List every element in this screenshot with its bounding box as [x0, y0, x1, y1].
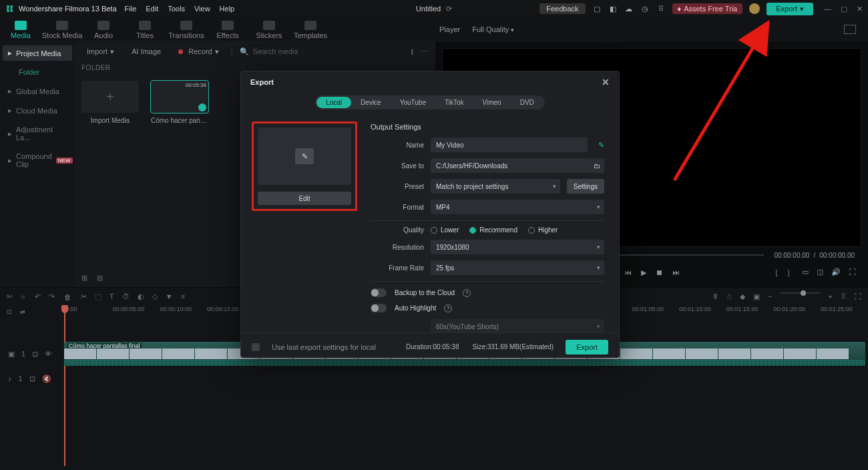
- avatar[interactable]: [749, 3, 760, 14]
- fullscreen-icon[interactable]: ⛶: [849, 268, 856, 278]
- play-icon[interactable]: ▶: [641, 268, 646, 277]
- tool-select-icon[interactable]: ✄: [7, 292, 13, 301]
- export-tab-device[interactable]: Device: [351, 97, 391, 108]
- compare-icon[interactable]: ◫: [817, 268, 823, 278]
- track-mute-icon[interactable]: 🔇: [42, 375, 51, 383]
- menu-help[interactable]: Help: [220, 5, 235, 13]
- menu-edit[interactable]: Edit: [146, 5, 158, 13]
- settings-button[interactable]: Settings: [567, 179, 604, 194]
- track-icon[interactable]: ≡: [181, 292, 185, 301]
- more-icon[interactable]: ⋯: [421, 47, 429, 56]
- ai-image-button[interactable]: AI Image: [126, 46, 166, 57]
- framerate-select[interactable]: 25 fps▾: [431, 260, 604, 275]
- text-icon[interactable]: T: [110, 292, 114, 301]
- layout-icon[interactable]: ◧: [608, 4, 618, 13]
- rename-icon[interactable]: ✎: [598, 141, 604, 150]
- tab-audio[interactable]: Audio: [83, 19, 124, 39]
- link-icon[interactable]: ⇄: [20, 308, 25, 315]
- export-tab-tiktok[interactable]: TikTok: [435, 97, 473, 108]
- resolution-select[interactable]: 1920x1080▾: [431, 240, 604, 254]
- sidebar-folder[interactable]: Folder: [3, 65, 72, 79]
- color-icon[interactable]: ◐: [138, 292, 144, 301]
- video-track-icon[interactable]: ▣: [8, 350, 15, 359]
- crop-icon[interactable]: ⬚: [95, 292, 101, 301]
- tab-stock-media[interactable]: Stock Media: [41, 19, 83, 39]
- sidebar-compound-clip[interactable]: ▸Compound Clip NEW: [3, 149, 72, 172]
- export-tab-local[interactable]: Local: [316, 97, 351, 108]
- media-clip-card[interactable]: 00:05:38 Cómo hacer pantallas ...: [151, 81, 208, 124]
- marker-icon[interactable]: ▼: [166, 292, 173, 301]
- track-lock-icon[interactable]: ⊡: [29, 375, 35, 383]
- quality-recommend-radio[interactable]: Recommend: [469, 226, 517, 234]
- export-tab-dvd[interactable]: DVD: [511, 97, 544, 108]
- search-input[interactable]: 🔍Search media: [240, 47, 298, 56]
- delete-icon[interactable]: 🗑: [64, 293, 71, 301]
- screen-icon[interactable]: ▭: [802, 268, 809, 278]
- volume-icon[interactable]: 🔊: [831, 268, 841, 278]
- undo-icon[interactable]: ↶: [35, 292, 41, 301]
- close-dialog-icon[interactable]: ✕: [602, 77, 610, 87]
- use-last-settings-checkbox[interactable]: [252, 343, 260, 351]
- mark-out-icon[interactable]: ］: [787, 268, 794, 278]
- expand-icon[interactable]: ⛶: [854, 292, 861, 301]
- apps-icon[interactable]: ⠿: [656, 4, 666, 13]
- auto-highlight-toggle[interactable]: [371, 304, 387, 312]
- save-path-input[interactable]: C:/Users/HF/Downloads🗀: [431, 158, 604, 173]
- folder-up-icon[interactable]: ⊟: [97, 274, 103, 282]
- sidebar-project-media[interactable]: ▸Project Media: [3, 45, 72, 61]
- zoom-out-icon[interactable]: −: [768, 292, 772, 301]
- backup-cloud-toggle[interactable]: [371, 288, 387, 297]
- snapshot-icon[interactable]: [844, 25, 856, 34]
- reload-icon[interactable]: ⟳: [446, 5, 452, 13]
- zoom-in-icon[interactable]: +: [829, 292, 833, 301]
- minimize-icon[interactable]: —: [824, 5, 831, 13]
- menu-view[interactable]: View: [194, 5, 210, 13]
- audio-track-icon[interactable]: ♪: [8, 375, 12, 383]
- screenshot-icon[interactable]: ▢: [592, 4, 602, 13]
- filter-icon[interactable]: ⫿: [411, 47, 415, 56]
- export-tab-youtube[interactable]: YouTube: [391, 97, 435, 108]
- keyframe-icon[interactable]: ◇: [152, 292, 158, 301]
- mixer-icon[interactable]: ⎍: [727, 292, 732, 301]
- assets-free-trial[interactable]: ♦ Assets Free Tria: [672, 3, 743, 14]
- render-icon[interactable]: ▣: [753, 292, 760, 301]
- menu-tools[interactable]: Tools: [168, 5, 185, 13]
- tab-titles[interactable]: Titles: [124, 19, 166, 39]
- speed-icon[interactable]: ⏱: [122, 292, 130, 301]
- maximize-icon[interactable]: ▢: [841, 5, 847, 13]
- folder-icon[interactable]: 🗀: [594, 162, 600, 170]
- next-frame-icon[interactable]: ⏭: [672, 268, 680, 276]
- export-confirm-button[interactable]: Export: [566, 340, 608, 355]
- folder-add-icon[interactable]: ⊞: [81, 274, 87, 282]
- view-opts-icon[interactable]: ⠿: [841, 292, 846, 301]
- playhead[interactable]: [64, 306, 65, 466]
- zoom-slider[interactable]: [781, 292, 821, 294]
- voiceover-icon[interactable]: 🎙: [712, 292, 719, 301]
- tab-templates[interactable]: Templates: [290, 19, 331, 39]
- tab-media[interactable]: Media: [0, 19, 41, 39]
- tab-stickers[interactable]: Stickers: [248, 19, 290, 39]
- prev-frame-icon[interactable]: ⏮: [624, 268, 632, 276]
- record-dropdown[interactable]: Record ▾: [173, 46, 224, 57]
- help-icon[interactable]: ?: [444, 304, 452, 312]
- name-input[interactable]: My Video: [431, 138, 588, 152]
- menu-file[interactable]: File: [125, 5, 137, 13]
- import-dropdown[interactable]: Import ▾: [81, 46, 120, 57]
- edit-thumbnail-button[interactable]: Edit: [258, 192, 351, 205]
- cloud-icon[interactable]: ☁: [624, 4, 634, 13]
- tab-transitions[interactable]: Transitions: [166, 19, 207, 39]
- stop-icon[interactable]: ⏹: [656, 268, 663, 276]
- track-lock-icon[interactable]: ⊡: [32, 350, 38, 359]
- import-media-card[interactable]: + Import Media: [81, 81, 139, 124]
- redo-icon[interactable]: ↷: [49, 292, 55, 301]
- mark-icon[interactable]: ◆: [740, 292, 745, 301]
- tool-blade-icon[interactable]: ⟐: [21, 292, 25, 301]
- track-mute-icon[interactable]: 👁: [45, 350, 52, 358]
- sidebar-global-media[interactable]: ▸Global Media: [3, 83, 72, 99]
- export-tab-vimeo[interactable]: Vimeo: [473, 97, 511, 108]
- mark-in-icon[interactable]: ［: [771, 268, 779, 278]
- sidebar-adjustment-layer[interactable]: ▸Adjustment La...: [3, 122, 72, 145]
- help-icon[interactable]: ?: [463, 289, 471, 297]
- export-button-top[interactable]: Export ▾: [767, 3, 813, 15]
- feedback-button[interactable]: Feedback: [539, 3, 585, 14]
